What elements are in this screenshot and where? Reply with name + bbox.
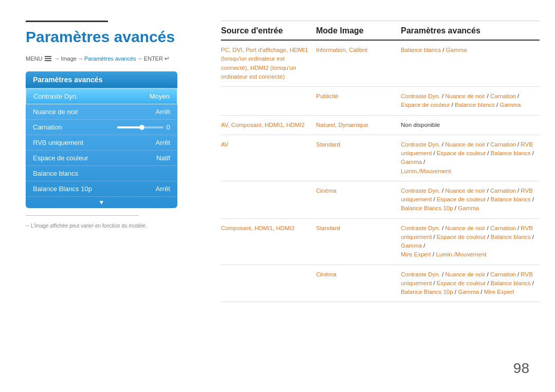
bottom-rule: [26, 215, 139, 216]
breadcrumb-menu: MENU: [26, 55, 42, 62]
col-header-source: Source d'entrée: [221, 26, 316, 35]
left-section: Paramètres avancés MENU → Image → Paramè…: [26, 21, 211, 229]
carnation-value: 0: [166, 123, 170, 131]
breadcrumb-arrow2: →: [78, 55, 83, 62]
breadcrumb-arrow1: →: [54, 55, 60, 62]
cell-source-1: PC, DVI, Port d'affichage, HDMI1 (lorsqu…: [221, 46, 316, 81]
table-row: Composant, HDMI1, HDMI2 Standard Contras…: [221, 219, 540, 265]
cell-mode-4: Standard: [316, 140, 401, 149]
menu-icon: [45, 56, 51, 61]
carnation-slider-thumb: [139, 125, 144, 130]
cell-params-2: Contraste Dyn. / Nuance de noir / Carnat…: [401, 92, 540, 110]
nuance-value: Arrêt: [156, 108, 170, 116]
top-rule: [26, 21, 108, 22]
breadcrumb-arrow3: →: [137, 55, 143, 62]
page-number: 98: [513, 360, 529, 377]
cell-mode-5: Cinéma: [316, 186, 401, 195]
espace-label: Espace de couleur: [33, 154, 88, 162]
footnote: L'image affichée peut varier en fonction…: [26, 223, 211, 229]
table-row: PC, DVI, Port d'affichage, HDMI1 (lorsqu…: [221, 41, 540, 87]
col-header-params: Paramètres avancés: [401, 26, 540, 35]
menu-panel-title: Paramètres avancés: [26, 71, 177, 88]
enter-icon: ↵: [164, 55, 170, 62]
balance10p-value: Arrêt: [156, 185, 170, 193]
cell-params-5: Contraste Dyn. / Nuance de noir / Carnat…: [401, 186, 540, 213]
breadcrumb-params: Paramètres avancés: [84, 55, 136, 62]
cell-source-4: AV: [221, 140, 316, 149]
menu-item-contraste[interactable]: Contraste Dyn. Moyen: [26, 88, 177, 104]
rvb-value: Arrêt: [156, 139, 170, 146]
col-header-mode: Mode Image: [316, 26, 401, 35]
table-row: AV Standard Contraste Dyn. / Nuance de n…: [221, 135, 540, 181]
menu-item-balance[interactable]: Balance blancs: [26, 166, 177, 181]
right-section: Source d'entrée Mode Image Paramètres av…: [221, 21, 540, 302]
cell-mode-6: Standard: [316, 224, 401, 233]
cell-params-3: Non disponible: [401, 121, 540, 129]
breadcrumb: MENU → Image → Paramètres avancés → ENTE…: [26, 55, 211, 62]
table-row: Publicité Contraste Dyn. / Nuance de noi…: [221, 87, 540, 116]
page-title: Paramètres avancés: [26, 28, 211, 46]
cell-source-6: Composant, HDMI1, HDMI2: [221, 224, 316, 233]
carnation-slider-fill: [117, 126, 140, 128]
menu-item-balance10p[interactable]: Balance Blancs 10p Arrêt: [26, 181, 177, 197]
cell-params-7: Contraste Dyn. / Nuance de noir / Carnat…: [401, 270, 540, 297]
page-container: Paramètres avancés MENU → Image → Paramè…: [0, 0, 555, 392]
cell-params-4: Contraste Dyn. / Nuance de noir / Carnat…: [401, 140, 540, 176]
menu-panel: Paramètres avancés Contraste Dyn. Moyen …: [26, 71, 177, 208]
cell-params-6: Contraste Dyn. / Nuance de noir / Carnat…: [401, 224, 540, 259]
chevron-down-icon: ▼: [26, 197, 177, 208]
espace-value: Natif: [156, 154, 170, 162]
menu-item-espace[interactable]: Espace de couleur Natif: [26, 151, 177, 166]
balance10p-label: Balance Blancs 10p: [33, 185, 92, 193]
cell-mode-2: Publicité: [316, 92, 401, 101]
table-row: Cinéma Contraste Dyn. / Nuance de noir /…: [221, 265, 540, 303]
table-header: Source d'entrée Mode Image Paramètres av…: [221, 26, 540, 41]
cell-source-3: AV, Composant, HDMI1, HDMI2: [221, 121, 316, 129]
balance-label: Balance blancs: [33, 170, 78, 177]
cell-mode-7: Cinéma: [316, 270, 401, 279]
breadcrumb-enter: ENTER: [144, 55, 163, 62]
menu-item-nuance[interactable]: Nuance de noir Arrêt: [26, 104, 177, 120]
menu-item-rvb[interactable]: RVB uniquement Arrêt: [26, 135, 177, 151]
table-row: Cinéma Contraste Dyn. / Nuance de noir /…: [221, 181, 540, 219]
carnation-label: Carnation: [33, 123, 62, 131]
cell-params-1: Balance blancs / Gamma: [401, 46, 540, 54]
menu-item-carnation[interactable]: Carnation 0: [26, 120, 177, 135]
table-row: AV, Composant, HDMI1, HDMI2 Naturel, Dyn…: [221, 116, 540, 135]
carnation-slider-track[interactable]: [117, 126, 163, 128]
contraste-label: Contraste Dyn.: [33, 92, 78, 100]
carnation-slider-container: 0: [117, 123, 170, 131]
rvb-label: RVB uniquement: [33, 139, 83, 146]
breadcrumb-image: Image: [61, 55, 77, 62]
top-rule-right: [221, 21, 540, 21]
cell-mode-1: Information, Calibré: [316, 46, 401, 54]
cell-mode-3: Naturel, Dynamique: [316, 121, 401, 129]
contraste-value: Moyen: [150, 92, 170, 100]
nuance-label: Nuance de noir: [33, 108, 78, 116]
